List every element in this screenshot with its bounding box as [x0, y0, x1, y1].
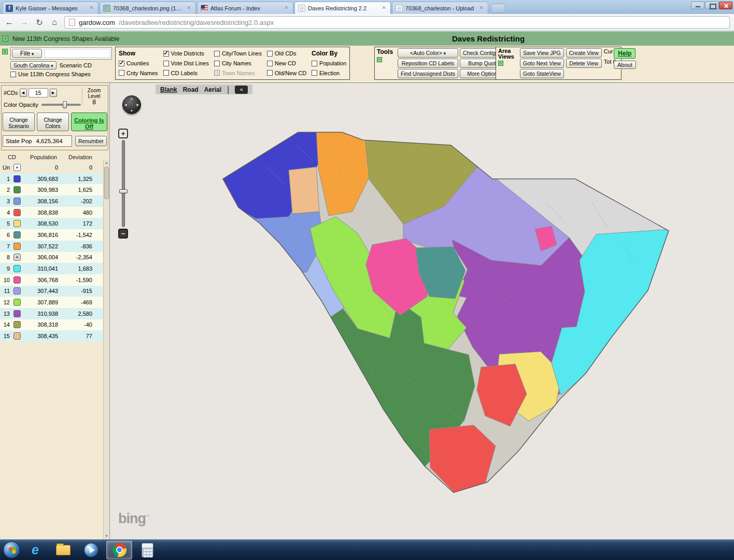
color-by-election-checkbox[interactable]: Election: [312, 68, 346, 78]
color-opacity-slider[interactable]: [41, 104, 81, 106]
table-row[interactable]: 15308,43577: [0, 330, 103, 342]
table-row[interactable]: 9310,0411,683: [0, 263, 103, 274]
scroll-up-icon[interactable]: [104, 160, 109, 166]
table-row[interactable]: 14308,318-40: [0, 319, 103, 331]
slider-thumb[interactable]: [63, 101, 67, 108]
goto-next-view-button[interactable]: Goto Next View: [520, 59, 564, 68]
view-aerial-button[interactable]: Aerial: [204, 86, 221, 93]
cd-color-swatch[interactable]: [13, 254, 21, 261]
cd-color-swatch[interactable]: [13, 287, 21, 295]
cd-color-swatch[interactable]: [13, 310, 21, 317]
zoom-slider-handle[interactable]: [119, 189, 128, 193]
collapse-file-panel-icon[interactable]: [2, 49, 8, 54]
browser-tab-daves-redistricting[interactable]: Daves Redistricting 2.2: [294, 2, 391, 14]
pan-east-icon[interactable]: [136, 103, 139, 106]
tab-close-icon[interactable]: [186, 5, 192, 11]
address-bar[interactable]: gardow.com/davebradlee/redistricting/dav…: [64, 16, 730, 29]
table-row[interactable]: Un00: [0, 162, 103, 173]
cd-color-swatch[interactable]: [13, 209, 21, 216]
scenario-name-input[interactable]: [44, 49, 110, 58]
checkbox-icon[interactable]: [163, 70, 169, 76]
table-row[interactable]: 7307,522-836: [0, 241, 103, 252]
vote-dist-lines-checkbox[interactable]: Vote Dist Lines: [163, 59, 209, 68]
cd-color-swatch[interactable]: [13, 243, 21, 250]
browser-tab-messages[interactable]: f Kyle Gasser - Messages: [2, 2, 98, 14]
table-row[interactable]: 6306,816-1,542: [0, 229, 103, 241]
delete-view-button[interactable]: Delete View: [566, 59, 602, 68]
find-unassigned-button[interactable]: Find Unassigned Dists: [398, 69, 458, 78]
checkbox-icon[interactable]: [119, 70, 124, 76]
checkbox-icon[interactable]: [214, 51, 220, 57]
district-15-region[interactable]: [289, 167, 319, 214]
new-cd-checkbox[interactable]: New CD: [267, 59, 306, 68]
change-scenario-button[interactable]: Change Scenario: [3, 113, 35, 131]
home-icon[interactable]: [49, 18, 60, 27]
table-row[interactable]: 1309,6831,325: [0, 173, 103, 185]
table-row[interactable]: 5308,530172: [0, 218, 103, 229]
table-row[interactable]: 3308,156-202: [0, 195, 103, 207]
tab-close-icon[interactable]: [380, 5, 387, 11]
start-button[interactable]: [3, 541, 20, 558]
cd-labels-checkbox[interactable]: CD Labels: [163, 68, 209, 78]
taskbar-internet-explorer[interactable]: e: [22, 541, 48, 559]
tab-close-icon[interactable]: [283, 5, 290, 11]
cd-color-swatch[interactable]: [13, 265, 21, 272]
minimize-icon[interactable]: [691, 2, 704, 9]
old-new-cd-checkbox[interactable]: Old/New CD: [267, 68, 306, 78]
use-113-checkbox[interactable]: Use 113th Congress Shapes: [10, 71, 112, 77]
scroll-down-icon[interactable]: [104, 533, 109, 539]
checkbox-icon[interactable]: [312, 61, 317, 66]
pan-north-icon[interactable]: [130, 97, 133, 100]
cds-value[interactable]: 15: [29, 88, 48, 97]
browser-tab-atlas-forum[interactable]: Atlas Forum - Index: [197, 2, 293, 14]
cd-color-swatch[interactable]: [13, 321, 21, 328]
table-row[interactable]: 13310,9382,580: [0, 308, 103, 319]
checkbox-icon[interactable]: [312, 70, 317, 76]
checkbox-icon[interactable]: [163, 51, 169, 57]
state-select[interactable]: South Carolina: [10, 61, 57, 69]
vote-districts-checkbox[interactable]: Vote Districts: [163, 49, 209, 59]
browser-tab-charleston-upload[interactable]: 70368_charleston - Upload: [392, 2, 488, 14]
view-blank-button[interactable]: Blank: [160, 86, 177, 93]
back-icon[interactable]: [4, 18, 15, 27]
view-road-button[interactable]: Road: [183, 86, 199, 93]
reposition-cd-labels-button[interactable]: Reposition CD Labels: [398, 59, 458, 68]
save-view-jpg-button[interactable]: Save View JPG: [520, 48, 564, 58]
table-row[interactable]: 11307,443-915: [0, 286, 103, 297]
cd-color-swatch[interactable]: [13, 175, 21, 183]
south-carolina-map[interactable]: [110, 83, 734, 539]
collapse-area-views-icon[interactable]: [498, 61, 503, 66]
pan-west-icon[interactable]: [124, 103, 127, 106]
cds-decrement-button[interactable]: [20, 89, 27, 97]
auto-color-select[interactable]: <Auto Color>: [398, 48, 458, 58]
checkbox-icon[interactable]: [214, 61, 220, 66]
pan-south-icon[interactable]: [130, 109, 133, 113]
color-by-population-checkbox[interactable]: Population: [312, 59, 346, 68]
counties-checkbox[interactable]: Counties: [119, 59, 158, 68]
renumber-button[interactable]: Renumber: [75, 136, 107, 146]
checkbox-icon[interactable]: [267, 61, 273, 66]
zoom-slider[interactable]: [122, 140, 125, 227]
map-area[interactable]: Blank Road Aerial bing™: [110, 83, 734, 539]
cnty-names-checkbox[interactable]: Cnty Names: [119, 68, 158, 78]
cd-color-swatch[interactable]: [13, 198, 21, 205]
table-row[interactable]: 10306,768-1,590: [0, 274, 103, 286]
cd-color-swatch[interactable]: [13, 332, 21, 340]
forward-icon[interactable]: [19, 18, 30, 27]
table-row[interactable]: 2309,9831,625: [0, 184, 103, 195]
taskbar-media-player[interactable]: [78, 541, 104, 559]
reload-icon[interactable]: [34, 18, 45, 27]
help-button[interactable]: Help: [614, 48, 636, 59]
tab-close-icon[interactable]: [478, 5, 485, 11]
scrollbar-thumb[interactable]: [104, 167, 109, 199]
checkbox-icon[interactable]: [163, 61, 169, 66]
cd-color-swatch[interactable]: [13, 231, 21, 239]
checkbox-icon[interactable]: [119, 61, 124, 66]
city-town-lines-checkbox[interactable]: City/Town Lines: [214, 49, 262, 59]
map-pan-compass[interactable]: [122, 95, 141, 114]
cd-color-swatch[interactable]: [13, 220, 21, 227]
table-row[interactable]: 12307,889-469: [0, 297, 103, 308]
sidebar-scrollbar[interactable]: [103, 160, 109, 539]
change-colors-button[interactable]: Change Colors: [37, 113, 69, 131]
zoom-in-icon[interactable]: [118, 129, 128, 138]
